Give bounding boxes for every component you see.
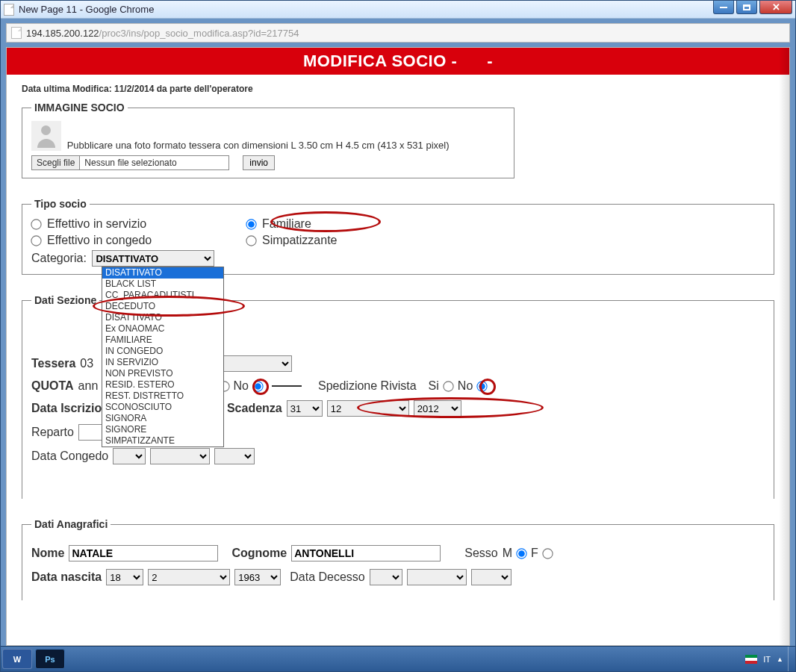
choose-file-button[interactable]: Scegli file <box>31 155 80 170</box>
taskbar-app-word[interactable]: W <box>2 649 32 669</box>
scadenza-year-select[interactable]: 2012 <box>414 400 461 417</box>
categoria-option[interactable]: NON PREVISTO <box>102 368 223 379</box>
congedo-day-select[interactable] <box>113 448 146 464</box>
language-indicator[interactable]: IT <box>763 655 771 664</box>
spedizione-no-label: No <box>458 379 473 393</box>
spedizione-label: Spedizione Rivista <box>318 379 417 393</box>
decesso-year-select[interactable] <box>471 569 512 585</box>
radio-simpatizzante[interactable]: Simpatizzante <box>246 234 366 247</box>
window-title: New Page 11 - Google Chrome <box>19 4 154 15</box>
scadenza-day-select[interactable]: 31 <box>287 400 323 417</box>
categoria-dropdown-list[interactable]: DISATTIVATOBLACK LISTCC_PARACADUTISTIDEC… <box>102 267 224 447</box>
maximize-button[interactable] <box>736 1 757 14</box>
categoria-option[interactable]: RESID. ESTERO <box>102 379 223 391</box>
show-desktop-button[interactable] <box>788 647 795 671</box>
categoria-option[interactable]: IN CONGEDO <box>102 346 223 357</box>
categoria-option[interactable]: IN SERVIZIO <box>102 357 223 368</box>
categoria-option[interactable]: SIGNORE <box>102 424 223 435</box>
legend-dati-anagrafici: Dati Anagrafici <box>31 518 111 530</box>
categoria-option[interactable]: SIMPATIZZANTE <box>102 435 223 447</box>
legend-dati-sezione: Dati Sezione <box>31 294 99 306</box>
radio-effettivo-servizio-input[interactable] <box>31 219 41 229</box>
radio-label: Effettivo in servizio <box>47 217 146 231</box>
minimize-button[interactable] <box>713 1 734 14</box>
nome-label: Nome <box>31 547 64 560</box>
cognome-input[interactable] <box>291 545 441 561</box>
radio-familiare[interactable]: Familiare <box>246 217 366 231</box>
quota-label: QUOTA <box>31 379 74 393</box>
legend-immagine: IMMAGINE SOCIO <box>31 102 128 113</box>
radio-simpatizzante-input[interactable] <box>246 235 256 246</box>
file-name-display: Nessun file selezionato <box>80 155 229 170</box>
nascita-year-select[interactable]: 1963 <box>234 569 281 585</box>
congedo-row: Data Congedo <box>31 448 765 464</box>
sesso-f-radio[interactable] <box>542 548 553 559</box>
avatar-placeholder-icon <box>31 121 61 151</box>
tray-chevron-icon[interactable]: ▲ <box>777 656 783 663</box>
categoria-option[interactable]: REST. DISTRETTO <box>102 391 223 402</box>
nascita-month-select[interactable]: 2 <box>148 569 230 585</box>
sesso-m-radio[interactable] <box>516 548 526 559</box>
categoria-option[interactable]: Ex ONAOMAC <box>102 323 223 335</box>
page-title: MODIFICA SOCIO - <box>303 52 457 71</box>
quota-no-radio[interactable] <box>252 381 263 391</box>
page-icon <box>11 27 22 39</box>
app-window: New Page 11 - Google Chrome ✕ 194.185.20… <box>0 0 796 672</box>
fieldset-dati-anagrafici: Dati Anagrafici Nome Cognome Sesso M F D… <box>22 518 774 600</box>
tessera-label: Tessera <box>31 357 75 370</box>
fieldset-tipo-socio: Tipo socio Effettivo in servizio Familia… <box>22 198 774 275</box>
scadenza-month-select[interactable]: 12 <box>327 400 409 417</box>
categoria-select[interactable]: DISATTIVATO <box>92 250 214 267</box>
decesso-month-select[interactable] <box>407 569 467 585</box>
nome-row: Nome Cognome Sesso M F <box>31 545 765 561</box>
categoria-label: Categoria: <box>31 252 87 264</box>
spedizione-si-label: Si <box>429 379 439 393</box>
categoria-option[interactable]: BLACK LIST <box>102 279 223 290</box>
categoria-option[interactable]: FAMILIARE <box>102 335 223 346</box>
congedo-month-select[interactable] <box>150 448 210 464</box>
congedo-year-select[interactable] <box>214 448 255 464</box>
categoria-option[interactable]: DECEDUTO <box>102 301 223 312</box>
upload-submit-button[interactable]: invio <box>243 155 275 170</box>
title-bar: New Page 11 - Google Chrome <box>1 1 795 19</box>
nascita-label: Data nascita <box>31 570 102 584</box>
last-modified-text: Data ultima Modifica: 11/2/2014 da parte… <box>22 84 774 94</box>
page-title-sep: - <box>487 52 493 71</box>
blank-line <box>272 385 302 387</box>
form-body: Data ultima Modifica: 11/2/2014 da parte… <box>7 75 789 624</box>
taskbar-app-photoshop[interactable]: Ps <box>35 649 65 669</box>
legend-tipo-socio: Tipo socio <box>31 198 90 210</box>
radio-label: Effettivo in congedo <box>47 234 152 247</box>
url-path: /proc3/ins/pop_socio_modifica.asp?id=217… <box>99 28 299 39</box>
fieldset-immagine: IMMAGINE SOCIO Pubblicare una foto forma… <box>22 102 514 178</box>
tessera-value: 03 <box>80 357 93 370</box>
nascita-day-select[interactable]: 18 <box>106 569 143 585</box>
categoria-option[interactable]: CC_PARACADUTISTI <box>102 290 223 301</box>
categoria-option[interactable]: DISATTIVATO <box>102 312 223 323</box>
sesso-f-label: F <box>531 547 538 560</box>
url-host: 194.185.200.122 <box>26 28 99 39</box>
radio-effettivo-servizio[interactable]: Effettivo in servizio <box>31 217 226 231</box>
categoria-option[interactable]: DISATTIVATO <box>102 267 223 279</box>
congedo-label: Data Congedo <box>31 449 108 463</box>
photo-hint: Pubblicare una foto formato tessera con … <box>67 140 450 151</box>
close-button[interactable]: ✕ <box>759 1 792 14</box>
categoria-option[interactable]: SCONOSCIUTO <box>102 402 223 413</box>
quota-no-label: No <box>234 379 249 393</box>
tipo-row-1: Effettivo in servizio Familiare <box>31 217 765 231</box>
spedizione-no-radio[interactable] <box>477 381 488 391</box>
categoria-option[interactable]: SIGNORA <box>102 413 223 424</box>
decesso-day-select[interactable] <box>370 569 402 585</box>
radio-effettivo-congedo[interactable]: Effettivo in congedo <box>31 234 226 247</box>
tipo-row-2: Effettivo in congedo Simpatizzante <box>31 234 765 247</box>
reparto-label: Reparto <box>31 426 74 439</box>
window-controls: ✕ <box>713 1 792 14</box>
address-bar[interactable]: 194.185.200.122 /proc3/ins/pop_socio_mod… <box>6 23 790 43</box>
radio-familiare-input[interactable] <box>246 219 256 229</box>
taskbar: W Ps IT ▲ <box>1 646 795 671</box>
radio-label: Simpatizzante <box>262 234 338 247</box>
spedizione-si-radio[interactable] <box>443 381 453 391</box>
nome-input[interactable] <box>69 545 218 561</box>
radio-effettivo-congedo-input[interactable] <box>31 235 41 246</box>
language-flag-icon[interactable] <box>745 655 757 664</box>
